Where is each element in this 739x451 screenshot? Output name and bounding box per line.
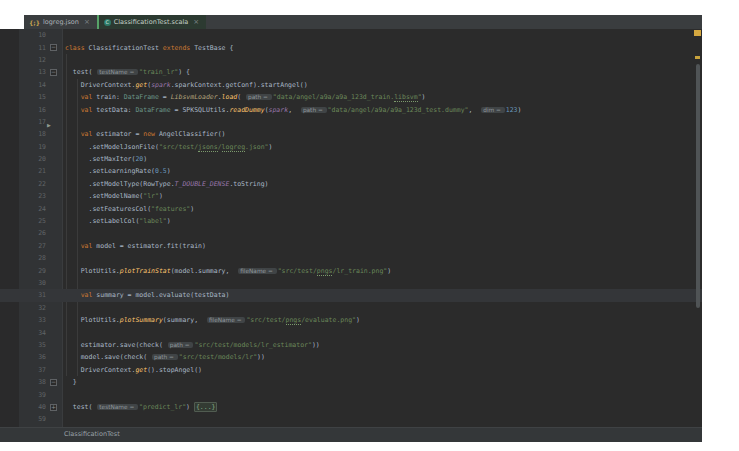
line-number: 15: [0, 93, 46, 101]
fold-collapse-icon[interactable]: −: [50, 379, 57, 386]
code-line-24[interactable]: 24 .setFeaturesCol("features"): [0, 202, 702, 214]
code-line-37[interactable]: 37 DriverContext.get().stopAngel(): [0, 364, 702, 376]
code-line-59[interactable]: 59: [0, 413, 702, 425]
code-text: .setModelName("lr"): [62, 192, 702, 200]
code-line-36[interactable]: 36 model.save(check( path = "src/test/mo…: [0, 351, 702, 363]
code-token: .json": [245, 143, 268, 151]
code-token: ): [159, 192, 163, 200]
code-token: readDummy: [229, 106, 264, 114]
fold-column: [46, 128, 62, 140]
line-number: 24: [0, 205, 46, 213]
code-line-30[interactable]: 30: [0, 277, 702, 289]
code-token: DataFrame: [124, 93, 159, 101]
line-number: 21: [0, 167, 46, 175]
tab-logreg-json[interactable]: {;} logreg.json ×: [24, 15, 97, 29]
code-text: class ClassificationTest extends TestBas…: [62, 44, 702, 52]
code-line-32[interactable]: 32: [0, 302, 702, 314]
code-token: )): [312, 341, 320, 349]
code-line-15[interactable]: 15 val train: DataFrame = LibsvmLoader.l…: [0, 91, 702, 103]
fold-column: [46, 54, 62, 66]
code-line-23[interactable]: 23 .setModelName("lr"): [0, 190, 702, 202]
code-token: testName =: [97, 69, 138, 75]
fold-column: [46, 302, 62, 314]
code-line-34[interactable]: 34: [0, 326, 702, 338]
fold-column: [46, 91, 62, 103]
code-line-35[interactable]: 35 estimator.save(check( path = "src/tes…: [0, 339, 702, 351]
code-lines: 1011−class ClassificationTest extends Te…: [0, 29, 702, 426]
code-token: ): [186, 403, 194, 411]
fold-column: [46, 264, 62, 276]
code-line-31[interactable]: 31 val summary = model.evaluate(testData…: [0, 289, 702, 301]
code-token: {...}: [194, 402, 218, 412]
line-number: 18: [0, 130, 46, 138]
code-token: ): [143, 155, 147, 163]
line-number: 37: [0, 366, 46, 374]
fold-column: [46, 153, 62, 165]
code-token: model = estimator.fit(train): [96, 242, 206, 250]
code-token: model.save(check(: [65, 353, 151, 361]
code-token: path =: [152, 354, 178, 360]
code-line-26[interactable]: 26: [0, 227, 702, 239]
code-text: val summary = model.evaluate(testData): [62, 291, 702, 299]
code-line-20[interactable]: 20 .setMaxIter(20): [0, 153, 702, 165]
code-line-12[interactable]: 12: [0, 54, 702, 66]
fold-collapse-icon[interactable]: −: [50, 69, 57, 76]
breadcrumb[interactable]: ClassificationTest: [64, 428, 120, 441]
code-line-25[interactable]: 25 .setLabelCol("label"): [0, 215, 702, 227]
line-number: 38: [0, 378, 46, 386]
code-token: test(: [65, 68, 96, 76]
code-token: logreg: [222, 143, 245, 152]
code-line-19[interactable]: 19 .setModelJsonFile("src/test/jsons/log…: [0, 141, 702, 153]
code-line-38[interactable]: 38− }: [0, 376, 702, 388]
fold-expand-icon[interactable]: +: [50, 404, 57, 411]
code-text: val model = estimator.fit(train): [62, 242, 702, 250]
code-line-17[interactable]: 17▶: [0, 116, 702, 128]
code-text: .setLabelCol("label"): [62, 217, 702, 225]
error-stripe-status-square[interactable]: [694, 30, 701, 36]
code-token: "predict_lr": [139, 403, 186, 411]
code-line-21[interactable]: 21 .setLearningRate(0.5): [0, 165, 702, 177]
line-number: 22: [0, 180, 46, 188]
code-line-29[interactable]: 29 PlotUtils.plotTrainStat(model.summary…: [0, 264, 702, 276]
code-token: .setModelJsonFile(: [65, 143, 159, 151]
code-line-16[interactable]: 16 val testData: DataFrame = SPKSQLUtils…: [0, 103, 702, 115]
fold-collapse-icon[interactable]: −: [50, 44, 57, 51]
code-token: fileName =: [207, 317, 245, 323]
code-line-13[interactable]: 13− test( testName = "train_lr") {: [0, 66, 702, 78]
code-line-22[interactable]: 22 .setModelType(RowType.T_DOUBLE_DENSE.…: [0, 178, 702, 190]
breadcrumbs-bar: ClassificationTest: [0, 427, 702, 442]
line-number: 35: [0, 341, 46, 349]
code-line-27[interactable]: 27 val model = estimator.fit(train): [0, 240, 702, 252]
fold-column: [46, 314, 62, 326]
code-line-28[interactable]: 28: [0, 252, 702, 264]
code-token: path =: [168, 342, 194, 348]
code-token: ): [167, 167, 171, 175]
code-token: plotSummary: [120, 316, 163, 324]
fold-column: [46, 252, 62, 264]
vertical-scrollbar[interactable]: [696, 64, 700, 308]
code-line-39[interactable]: 39: [0, 388, 702, 400]
code-text: val estimator = new AngelClassifier(): [62, 130, 702, 138]
code-text: val testData: DataFrame = SPKSQLUtils.re…: [62, 106, 702, 114]
code-token: ): [517, 106, 521, 114]
tab-classificationtest-scala[interactable]: C ClassificationTest.scala ×: [97, 15, 206, 29]
code-line-11[interactable]: 11−class ClassificationTest extends Test…: [0, 41, 702, 53]
code-line-40[interactable]: 40+ test( testName = "predict_lr") {...}: [0, 401, 702, 413]
editor-tab-bar: {;} logreg.json × C ClassificationTest.s…: [24, 15, 702, 29]
line-number: 31: [0, 291, 46, 299]
code-line-18[interactable]: 18 val estimator = new AngelClassifier(): [0, 128, 702, 140]
code-token: .toString): [229, 180, 268, 188]
code-text: PlotUtils.plotSummary(summary, fileName …: [62, 316, 702, 324]
warning-stripe-marker[interactable]: [695, 56, 700, 59]
code-line-33[interactable]: 33 PlotUtils.plotSummary(summary, fileNa…: [0, 314, 702, 326]
code-token: ) {: [178, 68, 190, 76]
code-line-14[interactable]: 14 DriverContext.get(spark.sparkContext.…: [0, 79, 702, 91]
code-editor[interactable]: 1011−class ClassificationTest extends Te…: [0, 29, 702, 427]
close-icon[interactable]: ×: [193, 18, 199, 26]
code-line-10[interactable]: 10: [0, 29, 702, 41]
close-icon[interactable]: ×: [84, 18, 90, 26]
code-token: .setFeaturesCol(: [65, 205, 151, 213]
code-token: DriverContext.: [65, 81, 135, 89]
fold-column: [46, 240, 62, 252]
code-token: .setModelType(RowType.: [65, 180, 175, 188]
